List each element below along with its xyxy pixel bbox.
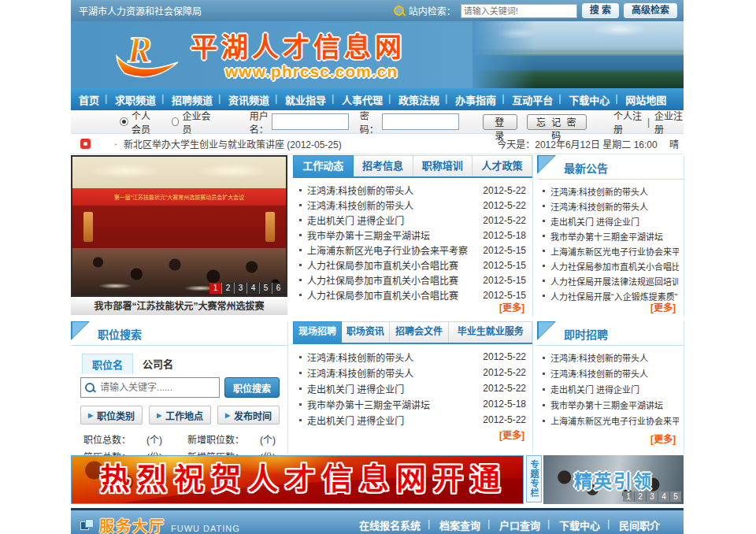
elite-page-button[interactable]: 1 <box>623 491 634 502</box>
footer-link[interactable]: 档案查询 <box>430 517 490 532</box>
news-item[interactable]: 汪鸿涛:科技创新的带头人 2012-5-22 <box>299 183 526 198</box>
news-tab[interactable]: 人才政策 <box>472 155 532 176</box>
announcement-item[interactable]: 人力社保局开展法律法规巡回培训 <box>543 273 679 288</box>
announcement-title[interactable]: 走出机关门 进得企业门 <box>550 215 679 228</box>
recruit-tab[interactable]: 毕业生就业服务 <box>449 321 532 343</box>
register-personal-link[interactable]: 个人注册 <box>613 109 643 135</box>
register-company-link[interactable]: 企业注册 <box>654 109 684 135</box>
recruit-item[interactable]: 我市举办第十三期金平湖讲坛 2012-5-18 <box>299 396 526 412</box>
nav-item[interactable]: 政策法规 <box>391 92 447 107</box>
nav-item[interactable]: 人事代理 <box>334 92 391 107</box>
site-search-input[interactable] <box>461 4 577 18</box>
member-type-personal[interactable]: 个人会员 <box>120 109 159 135</box>
footer-link[interactable]: 下载中心 <box>550 517 610 532</box>
announcement-item[interactable]: 上海浦东新区光电子行业协会来平考 <box>543 243 679 258</box>
forgot-password-button[interactable]: 忘 记 密 码 <box>527 114 587 130</box>
announcement-item[interactable]: 我市举办第十三期金平湖讲坛 <box>543 228 679 243</box>
site-search-button[interactable]: 搜 索 <box>582 3 619 18</box>
instant-recruit-item[interactable]: 走出机关门 进得企业门 <box>543 381 679 397</box>
footer-link[interactable]: 民间职介 <box>610 517 669 532</box>
news-title[interactable]: 人力社保局参加市直机关小合唱比赛 <box>307 288 476 302</box>
tab-company-name[interactable]: 公司名 <box>133 354 183 374</box>
member-type-company[interactable]: 企业会员 <box>172 109 211 135</box>
instant-recruit-item-title[interactable]: 汪鸿涛:科技创新的带头人 <box>550 351 679 364</box>
news-item[interactable]: 我市举办第十三期金平湖讲坛 2012-5-18 <box>299 228 526 243</box>
recruit-tab[interactable]: 现场招聘 <box>293 321 342 343</box>
advanced-search-button[interactable]: 高级检索 <box>624 3 677 18</box>
job-keyword-input[interactable] <box>80 377 220 398</box>
recruit-title[interactable]: 汪鸿涛:科技创新的带头人 <box>307 350 476 364</box>
announcements-more-link[interactable]: [更多] <box>650 300 676 313</box>
instant-recruit-more-link[interactable]: [更多] <box>537 432 676 445</box>
announcement-item[interactable]: 人力社保局参加市直机关小合唱比赛 <box>543 258 679 273</box>
announcement-title[interactable]: 上海浦东新区光电子行业协会来平考 <box>550 245 679 258</box>
instant-recruit-item-title[interactable]: 我市举办第十三期金平湖讲坛 <box>550 399 679 411</box>
elite-page-button[interactable]: 2 <box>634 491 646 502</box>
footer-link[interactable]: 在线报名系统 <box>350 517 430 532</box>
instant-recruit-item[interactable]: 我市举办第十三期金平湖讲坛 <box>543 397 679 413</box>
slideshow-page-button[interactable]: 1 <box>209 283 221 294</box>
instant-recruit-item-title[interactable]: 走出机关门 进得企业门 <box>550 383 679 395</box>
announcement-item[interactable]: 汪鸿涛:科技创新的带头人 <box>543 184 679 198</box>
recruit-title[interactable]: 走出机关门 进得企业门 <box>307 413 476 427</box>
news-tab[interactable]: 工作动态 <box>293 155 354 176</box>
slideshow-photo[interactable]: 第一届“江苏技能状元”大赛常州选拔赛动员会扩大会议 123456 <box>71 155 287 297</box>
elite-page-button[interactable]: 5 <box>669 491 681 502</box>
nav-item[interactable]: 就业指导 <box>277 92 334 107</box>
site-url[interactable]: www.phrcsc.com.cn <box>225 62 398 81</box>
recruit-item[interactable]: 走出机关门 进得企业门 2012-5-22 <box>299 380 526 396</box>
nav-item[interactable]: 网站地图 <box>617 92 674 107</box>
announcement-item[interactable]: 走出机关门 进得企业门 <box>543 213 679 228</box>
recruit-tab[interactable]: 招聘会文件 <box>390 321 450 343</box>
slideshow-page-button[interactable]: 2 <box>221 283 234 294</box>
nav-item[interactable]: 资讯频道 <box>220 92 277 107</box>
announcement-title[interactable]: 我市举办第十三期金平湖讲坛 <box>550 230 679 243</box>
nav-item[interactable]: 下载中心 <box>561 92 617 107</box>
news-item[interactable]: 汪鸿涛:科技创新的带头人 2012-5-22 <box>299 198 526 213</box>
news-title[interactable]: 汪鸿涛:科技创新的带头人 <box>307 184 476 197</box>
recruit-title[interactable]: 走出机关门 进得企业门 <box>307 382 476 395</box>
news-item[interactable]: 走出机关门 进得企业门 2012-5-22 <box>299 213 526 228</box>
news-tab[interactable]: 职称培训 <box>413 155 473 176</box>
news-title[interactable]: 汪鸿涛:科技创新的带头人 <box>307 198 476 212</box>
slideshow-page-button[interactable]: 5 <box>259 283 272 294</box>
login-button[interactable]: 登 录 <box>483 114 518 130</box>
nav-item[interactable]: 招聘频道 <box>164 92 220 107</box>
instant-recruit-item[interactable]: 汪鸿涛:科技创新的带头人 <box>543 350 679 365</box>
announcement-title[interactable]: 汪鸿涛:科技创新的带头人 <box>550 200 679 213</box>
celebration-banner[interactable]: 热烈祝贺人才信息网开通 <box>71 455 524 504</box>
recruit-title[interactable]: 我市举办第十三期金平湖讲坛 <box>307 398 476 411</box>
news-item[interactable]: 人力社保局参加市直机关小合唱比赛 2012-5-15 <box>299 258 526 273</box>
slideshow-page-button[interactable]: 3 <box>234 283 246 294</box>
news-title[interactable]: 我市举办第十三期金平湖讲坛 <box>307 228 476 242</box>
recruit-item[interactable]: 汪鸿涛:科技创新的带头人 2012-5-22 <box>299 349 526 365</box>
nav-item[interactable]: 首页 <box>71 92 107 107</box>
news-title[interactable]: 走出机关门 进得企业门 <box>307 213 476 227</box>
news-title[interactable]: 上海浦东新区光电子行业协会来平考察 <box>307 243 476 257</box>
news-more-link[interactable]: [更多] <box>499 300 524 313</box>
recruit-item[interactable]: 汪鸿涛:科技创新的带头人 2012-5-22 <box>299 365 526 380</box>
job-filter-button[interactable]: ▶发布时间 <box>217 406 280 425</box>
username-field[interactable] <box>272 113 349 130</box>
announcement-item[interactable]: 汪鸿涛:科技创新的带头人 <box>543 198 679 213</box>
special-column-strip[interactable]: 专题专栏 <box>526 455 542 502</box>
recruit-tab[interactable]: 职场资讯 <box>342 321 390 343</box>
recruit-more-link[interactable]: [更多] <box>293 428 524 441</box>
job-filter-button[interactable]: ▶职位类别 <box>80 406 143 425</box>
news-item[interactable]: 人力社保局参加市直机关小合唱比赛 2012-5-15 <box>299 273 526 287</box>
recruit-title[interactable]: 汪鸿涛:科技创新的带头人 <box>307 366 476 380</box>
password-field[interactable] <box>382 113 459 130</box>
instant-recruit-item-title[interactable]: 汪鸿涛:科技创新的带头人 <box>550 367 679 380</box>
radio-company-icon[interactable] <box>172 117 179 126</box>
elite-photo-banner[interactable]: 精英引领 12345 <box>543 455 684 504</box>
announcement-title[interactable]: 汪鸿涛:科技创新的带头人 <box>550 185 679 198</box>
nav-item[interactable]: 互动平台 <box>504 92 561 107</box>
announcement-title[interactable]: 人力社保局参加市直机关小合唱比赛 <box>550 260 679 273</box>
nav-item[interactable]: 求职频道 <box>107 92 164 107</box>
slideshow-page-button[interactable]: 4 <box>246 283 259 294</box>
instant-recruit-item-title[interactable]: 上海浦东新区光电子行业协会来平考 <box>550 414 679 427</box>
radio-personal-icon[interactable] <box>120 117 128 126</box>
news-tab[interactable]: 招考信息 <box>354 155 413 176</box>
job-search-button[interactable]: 职位搜索 <box>224 377 280 398</box>
job-filter-button[interactable]: ▶工作地点 <box>149 406 211 425</box>
